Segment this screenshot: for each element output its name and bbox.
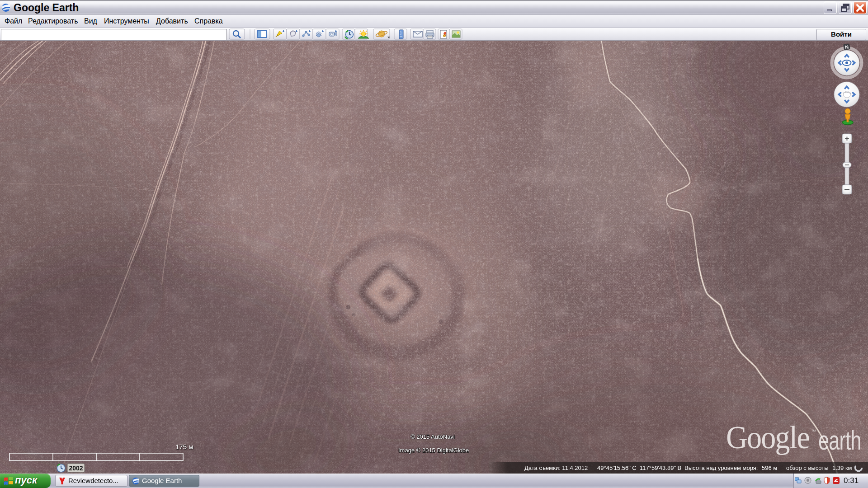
svg-text:+: +: [845, 134, 849, 143]
svg-text:N: N: [844, 44, 849, 50]
svg-text:2002: 2002: [69, 465, 83, 472]
svg-text:175 м: 175 м: [175, 443, 193, 450]
